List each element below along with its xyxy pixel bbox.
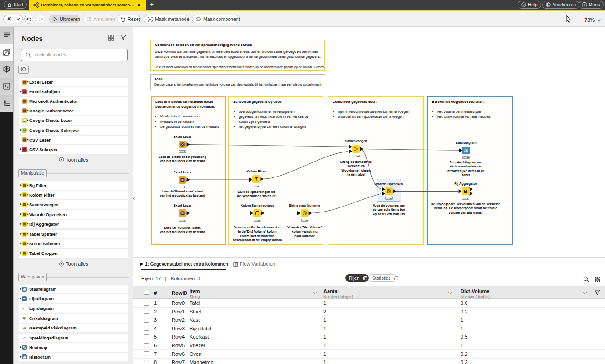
svg-text:?: ? xyxy=(523,3,525,6)
svg-text:S: S xyxy=(303,212,306,215)
